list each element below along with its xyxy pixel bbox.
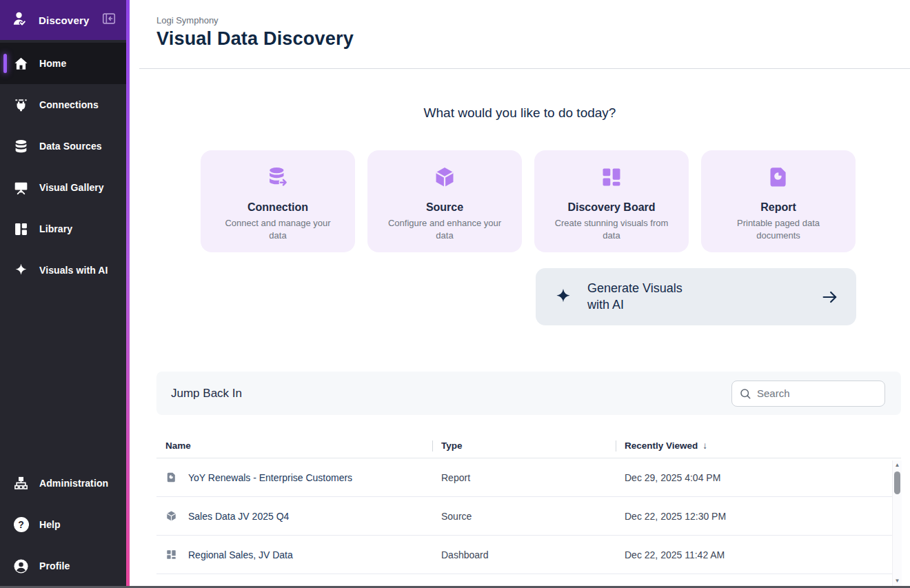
sidebar-item-label: Connections <box>39 99 99 110</box>
sidebar-item-profile[interactable]: Profile <box>0 545 126 587</box>
item-type: Dashboard <box>432 549 616 560</box>
card-subtitle: Create stunning visuals from data <box>551 217 672 241</box>
item-viewed: Dec 22, 2025 11:42 AM <box>616 549 901 560</box>
sidebar-item-label: Help <box>39 519 61 530</box>
card-discovery-board[interactable]: Discovery Board Create stunning visuals … <box>534 150 689 252</box>
org-chart-icon <box>13 476 29 491</box>
database-icon <box>13 139 29 154</box>
user-check-icon <box>12 10 28 30</box>
user-circle-icon <box>13 558 29 574</box>
arrow-right-icon <box>820 287 840 307</box>
brand-label: Discovery <box>39 14 101 26</box>
app-window: Discovery Home <box>0 0 910 588</box>
item-viewed: Dec 22, 2025 12:30 PM <box>616 511 901 522</box>
easel-icon <box>13 180 29 196</box>
sidebar-item-connections[interactable]: Connections <box>0 84 126 125</box>
item-name: Sales Data JV 2025 Q4 <box>188 511 289 522</box>
sidebar-bottom-group: Administration ? Help Profile <box>0 463 126 588</box>
card-title: Connection <box>201 201 355 214</box>
sidebar-item-visuals-with-ai[interactable]: Visuals with AI <box>0 250 126 291</box>
sidebar-item-data-sources[interactable]: Data Sources <box>0 125 126 167</box>
vertical-scrollbar[interactable]: ▲ ▼ <box>892 460 902 586</box>
card-report[interactable]: Report Printable paged data documents <box>701 150 856 252</box>
item-type: Report <box>432 472 616 483</box>
search-box[interactable] <box>731 381 885 407</box>
section-title: Jump Back In <box>171 387 242 401</box>
sidebar-item-label: Visual Gallery <box>39 182 104 193</box>
item-type: Source <box>432 511 616 522</box>
column-header-type[interactable]: Type <box>432 440 616 452</box>
table-row[interactable]: YoY Renewals - Enterprise Customers Repo… <box>156 458 901 497</box>
database-arrow-icon <box>201 165 355 190</box>
card-title: Discovery Board <box>534 201 689 214</box>
active-indicator <box>3 54 7 73</box>
sidebar-item-library[interactable]: Library <box>0 208 126 250</box>
breadcrumb: Logi Symphony <box>156 15 910 26</box>
sidebar-item-label: Profile <box>39 560 70 571</box>
sidebar-item-administration[interactable]: Administration <box>0 463 126 504</box>
report-icon <box>701 165 856 190</box>
table-row[interactable]: Regional Sales, JV Data Dashboard Dec 22… <box>156 536 901 574</box>
sidebar-item-home[interactable]: Home <box>0 43 126 84</box>
jump-back-in-section: Jump Back In Name Type R <box>156 372 901 574</box>
page-header: Logi Symphony Visual Data Discovery <box>130 0 910 50</box>
item-name: Regional Sales, JV Data <box>188 549 293 560</box>
sidebar-item-label: Library <box>39 223 72 234</box>
item-name: YoY Renewals - Enterprise Customers <box>188 472 352 483</box>
card-title: Report <box>701 201 856 214</box>
generate-visuals-ai-button[interactable]: Generate Visuals with AI <box>536 268 856 325</box>
home-icon <box>13 56 29 72</box>
table-row[interactable]: Sales Data JV 2025 Q4 Source Dec 22, 202… <box>156 497 901 536</box>
sidebar-item-label: Visuals with AI <box>39 265 108 276</box>
sidebar: Discovery Home <box>0 0 126 588</box>
scroll-down-icon[interactable]: ▼ <box>895 576 900 586</box>
table-header-row: Name Type Recently Viewed ↓ <box>156 415 901 458</box>
main-content: Logi Symphony Visual Data Discovery What… <box>130 0 910 588</box>
sidebar-item-help[interactable]: ? Help <box>0 504 126 545</box>
header-divider <box>139 68 910 69</box>
question-heading: What would you like to do today? <box>130 105 910 121</box>
brand-header: Discovery <box>0 0 126 40</box>
column-header-name[interactable]: Name <box>156 440 432 451</box>
card-source[interactable]: Source Configure and enhance your data <box>367 150 522 252</box>
plug-icon <box>13 97 29 113</box>
sidebar-item-label: Home <box>39 58 66 69</box>
column-divider <box>616 440 616 452</box>
column-divider <box>432 440 433 452</box>
dashboard-icon <box>534 165 689 190</box>
dashboard-icon <box>165 549 178 561</box>
search-icon <box>739 387 751 400</box>
page-title: Visual Data Discovery <box>156 28 910 50</box>
column-header-recently-viewed[interactable]: Recently Viewed ↓ <box>616 440 901 452</box>
jump-back-in-header: Jump Back In <box>156 372 901 415</box>
sort-descending-icon[interactable]: ↓ <box>702 440 707 451</box>
sidebar-item-label: Data Sources <box>39 141 102 152</box>
sidebar-nav: Home Connections <box>0 40 126 588</box>
search-input[interactable] <box>757 387 878 399</box>
card-title: Source <box>367 201 522 214</box>
card-connection[interactable]: Connection Connect and manage your data <box>201 150 355 252</box>
sparkle-icon <box>13 263 29 278</box>
ai-banner-label: Generate Visuals with AI <box>587 281 705 313</box>
sparkle-icon <box>554 287 573 307</box>
cube-icon <box>165 510 178 523</box>
cube-icon <box>367 165 522 190</box>
layout-grid-icon <box>13 221 29 237</box>
scrollbar-thumb[interactable] <box>894 472 900 494</box>
sidebar-item-label: Administration <box>39 478 108 489</box>
item-viewed: Dec 29, 2025 4:04 PM <box>616 472 901 483</box>
help-circle-icon: ? <box>13 517 29 533</box>
report-icon <box>165 472 178 484</box>
card-subtitle: Connect and manage your data <box>217 217 338 241</box>
action-cards: Connection Connect and manage your data … <box>201 150 910 252</box>
card-subtitle: Printable paged data documents <box>718 217 839 241</box>
scroll-up-icon[interactable]: ▲ <box>895 460 900 470</box>
card-subtitle: Configure and enhance your data <box>384 217 505 241</box>
sidebar-item-visual-gallery[interactable]: Visual Gallery <box>0 167 126 208</box>
collapse-sidebar-icon[interactable] <box>101 11 117 29</box>
